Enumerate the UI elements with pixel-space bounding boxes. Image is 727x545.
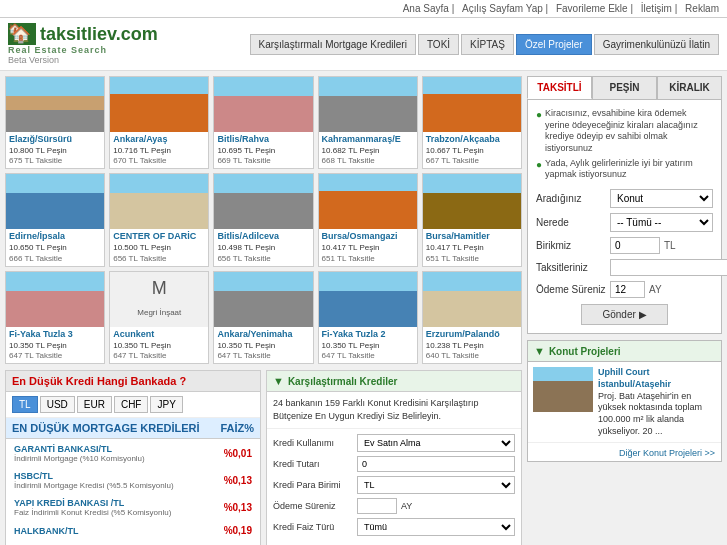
nav-mortgage[interactable]: Karşılaştırmalı Mortgage Kredileri <box>250 34 416 55</box>
taksitleriniz-input[interactable] <box>610 259 727 276</box>
currency-tab-eur[interactable]: EUR <box>77 396 112 413</box>
property-image <box>214 174 312 229</box>
nav-toki[interactable]: TOKİ <box>418 34 459 55</box>
property-card[interactable]: Erzurum/Palandö 10.238 TL Peşin 640 TL T… <box>422 271 522 364</box>
nav-anasayfa[interactable]: Ana Sayfa <box>403 3 449 14</box>
property-taksit: 675 TL Taksitle <box>9 156 101 166</box>
nav-iletisim[interactable]: İletişim <box>641 3 672 14</box>
nav-reklam[interactable]: Reklam <box>685 3 719 14</box>
property-image: MMegri İnşaat <box>110 272 208 327</box>
konut-more-link[interactable]: Diğer Konut Projeleri >> <box>619 448 715 458</box>
property-location: Ankara/Ayaş <box>113 134 205 146</box>
bullet-text: Kiracısınız, evsahibine kira ödemek yeri… <box>545 108 713 155</box>
property-card[interactable]: Trabzon/Akçaaba 10.667 TL Peşin 667 TL T… <box>422 76 522 169</box>
bottom-sections: En Düşük Kredi Hangi Bankada ? TLUSDEURC… <box>5 370 522 545</box>
konut-more: Diğer Konut Projeleri >> <box>528 442 721 461</box>
property-location: Bitlis/Rahva <box>217 134 309 146</box>
property-info: Bitlis/Adilceva 10.498 TL Peşin 656 TL T… <box>214 229 312 265</box>
mortgage-table: GARANTİ BANKASI/TL İndirimli Mortgage (%… <box>6 439 260 541</box>
property-image <box>214 77 312 132</box>
property-image <box>110 174 208 229</box>
property-image <box>214 272 312 327</box>
property-image <box>423 77 521 132</box>
aradigniz-select[interactable]: Konut <box>610 189 713 208</box>
currency-tab-chf[interactable]: CHF <box>114 396 149 413</box>
property-price: 10.417 TL Peşin <box>426 243 518 253</box>
birikmiz-input[interactable] <box>610 237 660 254</box>
property-card[interactable]: Edirne/İpsala 10.650 TL Peşin 666 TL Tak… <box>5 173 105 266</box>
nav-kiptas[interactable]: KİPTAŞ <box>461 34 514 55</box>
property-card[interactable]: Fi-Yaka Tuzla 3 10.350 TL Peşin 647 TL T… <box>5 271 105 364</box>
property-taksit: 668 TL Taksitle <box>322 156 414 166</box>
top-navigation: Ana Sayfa | Açılış Sayfam Yap | Favorile… <box>0 0 727 18</box>
property-card[interactable]: Bitlis/Adilceva 10.498 TL Peşin 656 TL T… <box>213 173 313 266</box>
nav-acilis[interactable]: Açılış Sayfam Yap <box>462 3 543 14</box>
property-card[interactable]: Ankara/Ayaş 10.716 TL Peşin 670 TL Taksi… <box>109 76 209 169</box>
property-price: 10.350 TL Peşin <box>217 341 309 351</box>
property-price: 10.350 TL Peşin <box>9 341 101 351</box>
property-image <box>319 272 417 327</box>
property-card[interactable]: Bitlis/Rahva 10.695 TL Peşin 669 TL Taks… <box>213 76 313 169</box>
kredi-tutari-input[interactable] <box>357 456 515 472</box>
property-card[interactable]: MMegri İnşaat Acunkent 10.350 TL Peşin 6… <box>109 271 209 364</box>
property-price: 10.667 TL Peşin <box>426 146 518 156</box>
property-card[interactable]: Ankara/Yenimaha 10.350 TL Peşin 647 TL T… <box>213 271 313 364</box>
konut-title: Konut Projeleri <box>549 346 621 357</box>
bank-desc: İndirimli Mortgage Kredisi (%5.5 Komisyo… <box>14 481 203 490</box>
sidebar-tab-peşi̇n[interactable]: PEŞİN <box>592 76 657 99</box>
property-image <box>6 272 104 327</box>
property-price: 10.498 TL Peşin <box>217 243 309 253</box>
compare-title: Karşılaştırmalı Krediler <box>288 376 398 387</box>
property-info: Elazığ/Sürsürü 10.800 TL Peşin 675 TL Ta… <box>6 132 104 168</box>
property-card[interactable]: Elazığ/Sürsürü 10.800 TL Peşin 675 TL Ta… <box>5 76 105 169</box>
bank-info: HSBC/TL İndirimli Mortgage Kredisi (%5.5… <box>8 468 209 493</box>
nav-favori[interactable]: Favorileme Ekle <box>556 3 628 14</box>
compare-row-2: Kredi Tutarı <box>273 456 515 472</box>
property-location: Ankara/Yenimaha <box>217 329 309 341</box>
gonder-button[interactable]: Gönder ▶ <box>581 304 667 325</box>
sidebar-form: Aradığınız Konut Nerede -- Tümü -- Birik… <box>536 189 713 325</box>
property-taksit: 640 TL Taksitle <box>426 351 518 361</box>
property-taksit: 647 TL Taksitle <box>322 351 414 361</box>
beta-label: Beta Version <box>8 55 158 65</box>
property-card[interactable]: Bursa/Osmangazi 10.417 TL Peşin 651 TL T… <box>318 173 418 266</box>
compare-section: ▼ Karşılaştırmalı Krediler 24 bankanın 1… <box>266 370 522 545</box>
odeme-sureni-input[interactable] <box>610 281 645 298</box>
property-location: Bursa/Osmangazi <box>322 231 414 243</box>
mortgage-bank-row: GARANTİ BANKASI/TL İndirimli Mortgage (%… <box>8 441 258 466</box>
currency-tab-jpy[interactable]: JPY <box>150 396 182 413</box>
nerede-select[interactable]: -- Tümü -- <box>610 213 713 232</box>
form-row-birikmiz: Birikmiz TL <box>536 237 713 254</box>
sidebar-tab-ki̇ralik[interactable]: KİRALIK <box>657 76 722 99</box>
property-taksit: 670 TL Taksitle <box>113 156 205 166</box>
property-taksit: 667 TL Taksitle <box>426 156 518 166</box>
compare-icon: ▼ <box>273 375 284 387</box>
currency-tab-tl[interactable]: TL <box>12 396 38 413</box>
konut-item[interactable]: Uphill Court İstanbul/Ataşehir Proj. Bat… <box>528 362 721 442</box>
property-taksit: 647 TL Taksitle <box>9 351 101 361</box>
form-row-nerede: Nerede -- Tümü -- <box>536 213 713 232</box>
currency-tabs: TLUSDEURCHFJPY <box>12 396 254 413</box>
property-card[interactable]: Bursa/Hamitler 10.417 TL Peşin 651 TL Ta… <box>422 173 522 266</box>
property-card[interactable]: Fi-Yaka Tuzla 2 10.350 TL Peşin 647 TL T… <box>318 271 418 364</box>
property-card[interactable]: CENTER OF DARİC 10.500 TL Peşin 656 TL T… <box>109 173 209 266</box>
property-info: Fi-Yaka Tuzla 3 10.350 TL Peşin 647 TL T… <box>6 327 104 363</box>
kredi-faiz-turu-select[interactable]: Tümü <box>357 518 515 536</box>
kredi-para-birimi-select[interactable]: TL <box>357 476 515 494</box>
compare-row-5: Kredi Faiz Türü Tümü <box>273 518 515 536</box>
kredi-kullanimi-select[interactable]: Ev Satın Alma <box>357 434 515 452</box>
property-location: CENTER OF DARİC <box>113 231 205 243</box>
form-row-aradigniz: Aradığınız Konut <box>536 189 713 208</box>
konut-text: Uphill Court İstanbul/Ataşehir Proj. Bat… <box>598 367 716 437</box>
odeme-suresi-input[interactable] <box>357 498 397 514</box>
compare-row-4: Ödeme Süreniz AY <box>273 498 515 514</box>
sidebar-tab-taksi̇tli̇[interactable]: TAKSİTLİ <box>527 76 592 99</box>
sidebar-bullets: ●Kiracısınız, evsahibine kira ödemek yer… <box>536 108 713 181</box>
nav-ozel[interactable]: Özel Projeler <box>516 34 592 55</box>
currency-tab-usd[interactable]: USD <box>40 396 75 413</box>
property-taksit: 647 TL Taksitle <box>217 351 309 361</box>
bank-name: HALKBANK/TL <box>14 526 203 536</box>
nav-gayrimenkul[interactable]: Gayrimenkulünüzü İlatin <box>594 34 719 55</box>
main-container: Elazığ/Sürsürü 10.800 TL Peşin 675 TL Ta… <box>0 71 727 545</box>
property-card[interactable]: Kahramanmaraş/E 10.682 TL Peşin 668 TL T… <box>318 76 418 169</box>
